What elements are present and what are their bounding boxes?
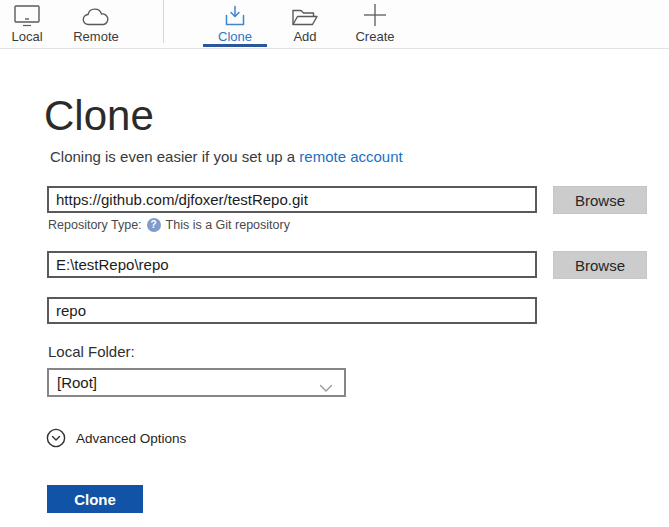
help-icon: ?: [147, 218, 161, 232]
repository-type-label: Repository Type:: [48, 218, 142, 232]
local-folder-label: Local Folder:: [48, 343, 135, 360]
cloud-icon: [80, 4, 112, 27]
chevron-down-circle-icon: [46, 428, 66, 448]
toolbar-separator: [163, 0, 164, 43]
clone-button[interactable]: Clone: [47, 485, 143, 513]
source-url-input[interactable]: [47, 186, 537, 213]
tab-label: Local: [11, 30, 42, 44]
monitor-icon: [12, 4, 42, 27]
tab-remote[interactable]: Remote: [66, 0, 126, 48]
advanced-options-toggle[interactable]: Advanced Options: [46, 428, 186, 448]
download-icon: [222, 4, 248, 27]
browse-destination-button[interactable]: Browse: [553, 251, 647, 279]
chevron-down-icon: [319, 379, 333, 396]
open-folder-icon: [289, 4, 321, 27]
remote-account-link[interactable]: remote account: [299, 148, 402, 165]
local-folder-value: [Root]: [57, 374, 97, 391]
tab-add[interactable]: Add: [283, 0, 327, 48]
destination-path-input[interactable]: [47, 251, 537, 278]
page-title: Clone: [44, 92, 154, 140]
toolbar: Local Remote Clone: [0, 0, 669, 49]
repository-type-hint: Repository Type: ? This is a Git reposit…: [48, 217, 290, 233]
tab-label: Remote: [73, 30, 119, 44]
repository-type-value: This is a Git repository: [166, 218, 290, 232]
tab-local[interactable]: Local: [4, 0, 50, 48]
tab-create[interactable]: Create: [347, 0, 403, 48]
subtitle-text: Cloning is even easier if you set up a: [50, 148, 299, 165]
plus-icon: [363, 4, 387, 27]
local-folder-select[interactable]: [Root]: [47, 368, 346, 397]
tab-label: Add: [293, 30, 316, 44]
browse-source-button[interactable]: Browse: [553, 186, 647, 214]
tab-label: Create: [355, 30, 394, 44]
tab-clone[interactable]: Clone: [203, 0, 267, 48]
subtitle: Cloning is even easier if you set up a r…: [50, 148, 403, 165]
advanced-options-label: Advanced Options: [76, 431, 186, 446]
sourcetree-clone-view: Local Remote Clone: [0, 0, 669, 527]
tab-label: Clone: [218, 30, 252, 44]
name-input[interactable]: [47, 297, 537, 324]
